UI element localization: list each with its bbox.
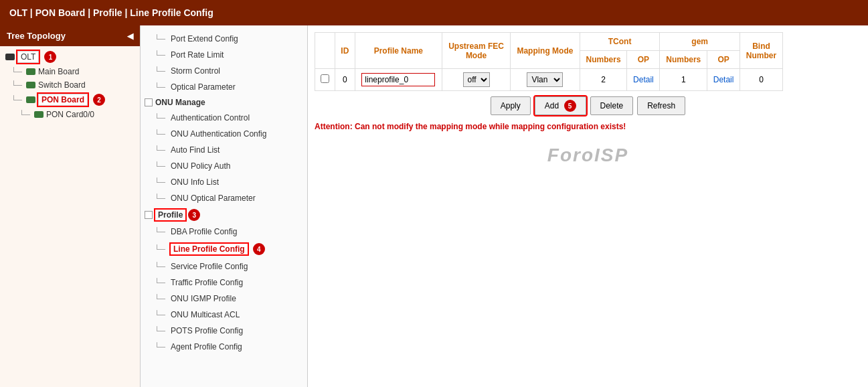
nav-prefix: └─	[154, 310, 165, 319]
nav-prefix: └─	[154, 82, 165, 92]
nav-port-extend-config[interactable]: └─ Port Extend Config	[141, 31, 307, 47]
col-tcont-numbers: Numbers	[580, 51, 627, 69]
watermark: ForoISP	[315, 145, 861, 166]
pon-board-label: PON Board	[38, 94, 88, 106]
main-board-label: Main Board	[38, 67, 79, 76]
row-gem-op[interactable]: Detail	[707, 69, 740, 91]
nav-label: ONU Multicast ACL	[171, 310, 240, 319]
nav-section-checkbox	[145, 211, 153, 219]
nav-line-profile-config[interactable]: └─ Line Profile Config 4	[141, 240, 307, 258]
nav-label: Auto Find List	[171, 145, 220, 155]
nav-prefix: └─	[154, 145, 165, 155]
row-checkbox[interactable]	[321, 74, 329, 83]
nav-onu-info-list[interactable]: └─ ONU Info List	[141, 174, 307, 190]
tree-branch: └─	[19, 110, 30, 119]
col-tcont: TCont	[580, 33, 660, 51]
nav-optical-parameter[interactable]: └─ Optical Parameter	[141, 79, 307, 95]
nav-agent-profile-config[interactable]: └─ Agent Profile Config	[141, 339, 307, 355]
nav-label: ONU Info List	[171, 177, 219, 187]
row-checkbox-cell[interactable]	[315, 69, 335, 91]
pon-board-icon	[26, 96, 35, 103]
nav-dba-profile-config[interactable]: └─ DBA Profile Config	[141, 224, 307, 240]
tree-branch: └─	[11, 95, 22, 104]
add-badge: 5	[564, 100, 576, 112]
pon-board-badge: 2	[93, 94, 105, 106]
nav-onu-igmp-profile[interactable]: └─ ONU IGMP Profile	[141, 291, 307, 307]
nav-authentication-control[interactable]: └─ Authentication Control	[141, 110, 307, 126]
nav-prefix: └─	[154, 194, 165, 203]
breadcrumb: OLT | PON Board | Profile | Line Profile…	[9, 7, 213, 18]
nav-label: ONU Optical Parameter	[171, 194, 256, 203]
nav-prefix: └─	[154, 294, 165, 303]
nav-prefix: └─	[154, 129, 165, 139]
nav-port-rate-limit[interactable]: └─ Port Rate Limit	[141, 47, 307, 63]
nav-label: ONU IGMP Profile	[171, 294, 236, 303]
tree-node-pon-board[interactable]: └─ PON Board 2	[0, 92, 140, 108]
nav-storm-control[interactable]: └─ Storm Control	[141, 63, 307, 79]
tree-node-main-board[interactable]: └─ Main Board	[0, 65, 140, 78]
nav-traffic-profile-config[interactable]: └─ Traffic Profile Config	[141, 275, 307, 291]
nav-label: Port Extend Config	[171, 34, 238, 44]
nav-prefix: └─	[154, 262, 165, 271]
nav-label: POTS Profile Config	[171, 326, 243, 335]
nav-prefix: └─	[154, 66, 165, 76]
nav-onu-optical-parameter[interactable]: └─ ONU Optical Parameter	[141, 190, 307, 206]
row-mapping-mode[interactable]: Vlan GEM TDM	[511, 69, 580, 91]
tree-node-switch-board[interactable]: └─ Switch Board	[0, 78, 140, 92]
col-gem: gem	[660, 33, 740, 51]
nav-label: ONU Authentication Config	[171, 129, 266, 139]
nav-onu-multicast-acl[interactable]: └─ ONU Multicast ACL	[141, 307, 307, 323]
apply-button[interactable]: Apply	[491, 96, 531, 115]
sidebar-title: Tree Topology	[7, 31, 66, 41]
sidebar-collapse-arrow[interactable]: ◀	[127, 31, 133, 41]
nav-label: Traffic Profile Config	[171, 278, 243, 287]
row-bind-number: 0	[740, 69, 783, 91]
gem-detail-link[interactable]: Detail	[713, 75, 734, 84]
nav-label: Storm Control	[171, 66, 220, 76]
profile-name-input[interactable]	[361, 73, 435, 86]
top-bar: OLT | PON Board | Profile | Line Profile…	[0, 0, 868, 25]
nav-label: DBA Profile Config	[171, 227, 237, 236]
attention-message: Can not modify the mapping mode while ma…	[355, 122, 626, 131]
line-profile-badge: 4	[253, 243, 265, 255]
pon-card-label: PON Card0/0	[46, 110, 94, 119]
nav-pots-profile-config[interactable]: └─ POTS Profile Config	[141, 323, 307, 339]
nav-label: Authentication Control	[171, 113, 250, 123]
nav-onu-auth-config[interactable]: └─ ONU Authentication Config	[141, 126, 307, 142]
col-gem-numbers: Numbers	[660, 51, 707, 69]
main-board-icon	[26, 68, 35, 75]
tree-branch: └─	[11, 80, 22, 90]
col-profile-name: Profile Name	[355, 33, 442, 69]
delete-button[interactable]: Delete	[590, 96, 634, 115]
nav-label: Service Profile Config	[171, 262, 248, 271]
add-button[interactable]: Add 5	[535, 96, 586, 115]
nav-service-profile-config[interactable]: └─ Service Profile Config	[141, 258, 307, 275]
olt-icon	[5, 54, 15, 60]
row-tcont-op[interactable]: Detail	[627, 69, 660, 91]
olt-badge: 1	[44, 51, 56, 63]
tree-node-olt[interactable]: OLT 1	[0, 49, 140, 65]
nav-prefix: └─	[154, 113, 165, 123]
nav-auto-find-list[interactable]: └─ Auto Find List	[141, 142, 307, 158]
nav-prefix: └─	[154, 244, 165, 254]
col-upstream-fec: Upstream FECMode	[442, 33, 510, 69]
nav-section-profile[interactable]: Profile 3	[141, 206, 307, 224]
col-checkbox	[315, 33, 335, 69]
nav-label: Port Rate Limit	[171, 50, 224, 60]
tcont-detail-link[interactable]: Detail	[633, 75, 654, 84]
nav-onu-policy-auth[interactable]: └─ ONU Policy Auth	[141, 158, 307, 174]
switch-board-icon	[26, 82, 35, 88]
row-fec-mode[interactable]: off on	[442, 69, 510, 91]
attention-prefix: Attention:	[315, 122, 353, 131]
nav-section-checkbox	[145, 98, 153, 106]
row-profile-name	[355, 69, 442, 91]
col-gem-op: OP	[707, 51, 740, 69]
tree-node-pon-card[interactable]: └─ PON Card0/0	[0, 108, 140, 121]
profile-section-badge: 3	[188, 209, 200, 221]
fec-mode-select[interactable]: off on	[463, 72, 490, 87]
nav-prefix: └─	[154, 278, 165, 287]
nav-section-onu-manage[interactable]: ONU Manage	[141, 95, 307, 110]
refresh-button[interactable]: Refresh	[637, 96, 685, 115]
mapping-mode-select[interactable]: Vlan GEM TDM	[527, 72, 563, 87]
col-bind-number: BindNumber	[740, 33, 783, 69]
